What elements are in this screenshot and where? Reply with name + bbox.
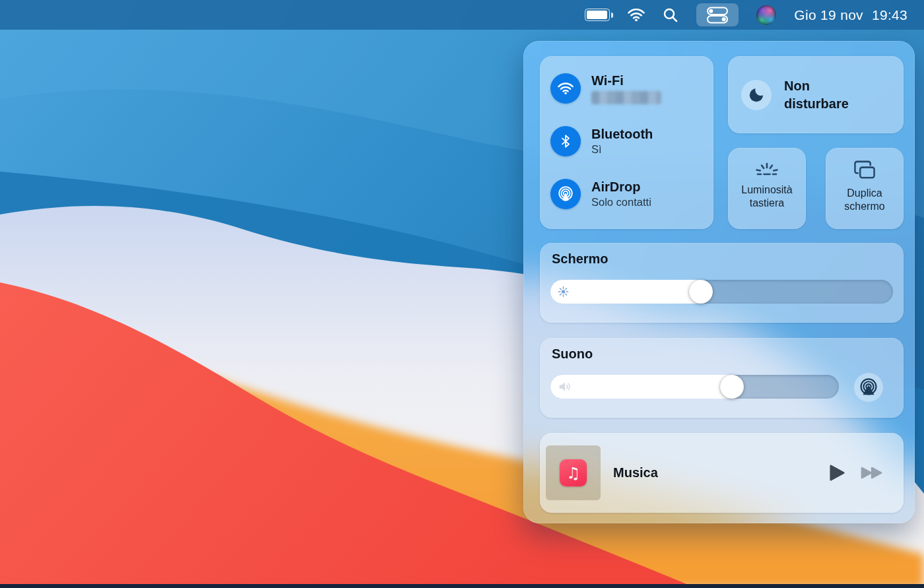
bluetooth-toggle[interactable]: Bluetooth Sì xyxy=(550,125,708,157)
moon-glyph xyxy=(748,86,766,104)
bluetooth-icon[interactable] xyxy=(550,126,581,156)
play-icon xyxy=(829,464,845,482)
menu-clock[interactable]: Gio 19 nov19:43 xyxy=(794,7,908,23)
fast-forward-button[interactable] xyxy=(860,465,885,480)
bluetooth-label: Bluetooth xyxy=(591,127,653,142)
display-card: Schermo xyxy=(540,243,904,323)
menu-bar: Gio 19 nov19:43 xyxy=(0,0,924,30)
siri-icon[interactable] xyxy=(756,5,776,25)
desktop: Gio 19 nov19:43 xyxy=(0,0,924,588)
airdrop-icon[interactable] xyxy=(550,179,581,209)
music-player-card: ♫ Musica xyxy=(540,433,904,513)
sound-card: Suono xyxy=(540,338,904,418)
sound-slider-thumb[interactable] xyxy=(720,375,744,399)
sound-title: Suono xyxy=(552,346,593,362)
keyboard-brightness-button[interactable]: Luminosità tastiera xyxy=(728,148,806,229)
moon-icon xyxy=(741,80,772,110)
bluetooth-status: Sì xyxy=(591,143,653,156)
screen-mirroring-label: Duplica schermo xyxy=(826,187,904,213)
wifi-label: Wi-Fi xyxy=(591,73,661,88)
toggles-icon xyxy=(706,7,729,24)
airdrop-status: Solo contatti xyxy=(591,195,651,209)
keyboard-brightness-icon xyxy=(754,159,780,178)
speaker-icon xyxy=(558,381,574,393)
keyboard-brightness-label: Luminosità tastiera xyxy=(728,183,806,210)
airdrop-label: AirDrop xyxy=(591,180,651,195)
wifi-icon[interactable] xyxy=(550,73,581,104)
wifi-network-name-redacted xyxy=(591,91,661,104)
do-not-disturb-button[interactable]: Non disturbare xyxy=(728,56,904,133)
spotlight-search-icon[interactable] xyxy=(663,7,678,23)
screen-mirroring-button[interactable]: Duplica schermo xyxy=(826,148,904,229)
airdrop-glyph xyxy=(557,185,574,203)
brightness-sun-icon xyxy=(558,286,569,298)
slider-fill xyxy=(550,280,701,304)
sound-volume-slider[interactable] xyxy=(550,375,839,399)
bluetooth-glyph xyxy=(558,133,573,149)
control-center-panel: Wi-Fi Bluetooth Sì xyxy=(523,41,915,523)
display-title: Schermo xyxy=(552,251,609,267)
control-center-menu-icon[interactable] xyxy=(696,3,739,26)
slider-fill xyxy=(550,375,732,399)
battery-nub xyxy=(611,13,613,18)
battery-level-fill xyxy=(587,11,607,19)
menu-bar-status-items: Gio 19 nov19:43 xyxy=(585,3,924,26)
connectivity-card: Wi-Fi Bluetooth Sì xyxy=(540,56,713,229)
display-slider-thumb[interactable] xyxy=(689,280,713,304)
do-not-disturb-label: Non disturbare xyxy=(784,77,870,113)
airplay-audio-button[interactable] xyxy=(854,373,883,402)
play-button[interactable] xyxy=(829,464,845,482)
display-brightness-slider[interactable] xyxy=(550,280,893,304)
airdrop-toggle[interactable]: AirDrop Solo contatti xyxy=(550,178,708,210)
battery-icon[interactable] xyxy=(585,9,610,21)
wifi-toggle[interactable]: Wi-Fi xyxy=(550,73,708,104)
wifi-menu-icon[interactable] xyxy=(628,9,645,22)
wifi-glyph xyxy=(558,82,574,95)
music-note-icon: ♫ xyxy=(566,465,581,481)
menu-date: Gio 19 nov xyxy=(794,7,863,22)
menu-time: 19:43 xyxy=(872,7,908,22)
screen-mirroring-icon xyxy=(851,159,878,181)
fast-forward-icon xyxy=(860,465,885,480)
album-art-placeholder: ♫ xyxy=(546,445,601,500)
airplay-audio-icon xyxy=(859,378,878,397)
music-title: Musica xyxy=(613,465,829,480)
music-app-icon: ♫ xyxy=(560,459,587,486)
